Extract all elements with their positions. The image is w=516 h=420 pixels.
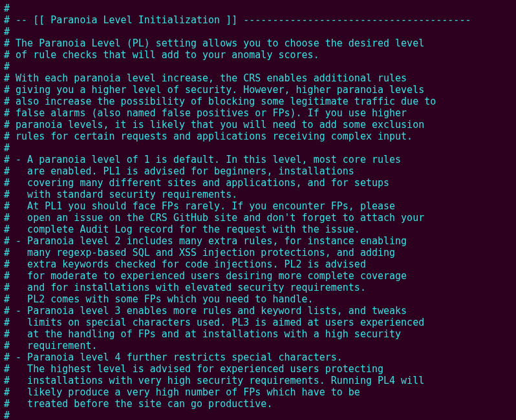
terminal-output: # # -- [[ Paranoia Level Initialization … [0,0,516,420]
